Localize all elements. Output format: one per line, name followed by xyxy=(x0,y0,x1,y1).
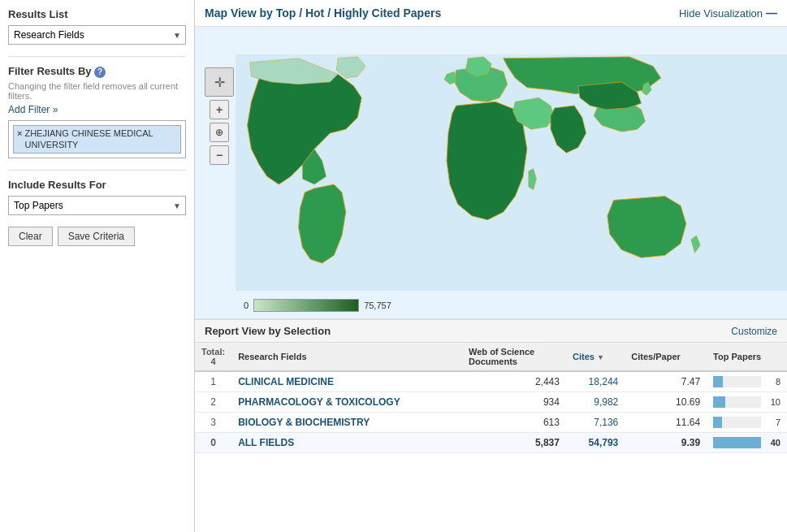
save-criteria-button[interactable]: Save Criteria xyxy=(58,227,135,246)
cell-top-papers: 40 xyxy=(707,433,787,453)
table-row: 1 CLINICAL MEDICINE 2,443 18,244 7.47 8 xyxy=(195,371,787,392)
hide-visualization-button[interactable]: Hide Visualization — xyxy=(679,6,777,19)
cell-field[interactable]: CLINICAL MEDICINE xyxy=(231,371,462,392)
include-section: Include Results For Top Papers All Paper… xyxy=(8,179,186,215)
cell-cites[interactable]: 9,982 xyxy=(566,392,625,413)
filter-tag-box: × ZHEJIANG CHINESE MEDICAL UNIVERSITY xyxy=(8,120,186,158)
include-dropdown[interactable]: Top Papers All Papers xyxy=(8,196,186,215)
filter-tag-text: ZHEJIANG CHINESE MEDICAL UNIVERSITY xyxy=(24,128,177,151)
legend-min: 0 xyxy=(244,301,249,310)
filter-title: Filter Results By xyxy=(8,65,92,77)
legend-max: 75,757 xyxy=(364,301,391,310)
map-area: ✛ + ⊕ − 0 75,757 xyxy=(195,27,787,319)
cell-documents: 613 xyxy=(462,413,566,433)
th-documents[interactable]: Web of ScienceDocuments xyxy=(462,343,566,371)
table-row: 3 BIOLOGY & BIOCHEMISTRY 613 7,136 11.64… xyxy=(195,413,787,433)
sidebar: Results List Research Fields Authors Cou… xyxy=(0,0,195,532)
bar-fill xyxy=(713,396,725,408)
cell-top-papers: 7 xyxy=(707,413,787,433)
map-title: Map View by Top / Hot / Highly Cited Pap… xyxy=(205,6,441,19)
include-dropdown-wrapper: Top Papers All Papers ▼ xyxy=(8,196,186,215)
cell-cites[interactable]: 7,136 xyxy=(566,413,625,433)
bar-background xyxy=(713,396,761,408)
th-cites-per-paper[interactable]: Cites/Paper xyxy=(625,343,707,371)
hide-viz-label: Hide Visualization xyxy=(679,7,763,19)
cell-documents: 2,443 xyxy=(462,371,566,392)
zoom-out-button[interactable]: − xyxy=(210,145,229,165)
report-title: Report View by Selection xyxy=(205,325,331,337)
zoom-in-button[interactable]: + xyxy=(210,100,229,119)
results-list-section: Results List Research Fields Authors Cou… xyxy=(8,8,186,45)
map-controls: ✛ + ⊕ − xyxy=(205,67,234,165)
cites-sort-arrow: ▼ xyxy=(597,353,604,361)
cell-documents: 5,837 xyxy=(462,433,566,453)
cell-rank: 1 xyxy=(195,371,231,392)
cell-rank: 3 xyxy=(195,413,231,433)
cell-rank: 2 xyxy=(195,392,231,413)
cell-cites-per-paper: 9.39 xyxy=(625,433,707,453)
cell-field[interactable]: BIOLOGY & BIOCHEMISTRY xyxy=(231,413,462,433)
hide-viz-dash: — xyxy=(766,6,777,19)
add-filter-link[interactable]: Add Filter » xyxy=(8,104,186,115)
cell-cites-per-paper: 7.47 xyxy=(625,371,707,392)
main-content: Map View by Top / Hot / Highly Cited Pap… xyxy=(195,0,787,532)
divider-1 xyxy=(8,56,186,57)
cell-field[interactable]: ALL FIELDS xyxy=(231,433,462,453)
filter-section: Filter Results By ? Changing the filter … xyxy=(8,65,186,158)
bar-background xyxy=(713,417,761,428)
th-cites[interactable]: Cites ▼ xyxy=(566,343,625,371)
bar-fill xyxy=(713,417,722,428)
include-title: Include Results For xyxy=(8,179,186,191)
bar-label: 7 xyxy=(764,417,781,427)
world-map xyxy=(236,27,787,318)
action-buttons: Clear Save Criteria xyxy=(8,227,186,246)
bar-background xyxy=(713,437,761,448)
results-list-dropdown-wrapper: Research Fields Authors Countries Instit… xyxy=(8,25,186,45)
pan-control[interactable]: ✛ xyxy=(205,67,234,97)
bar-label: 40 xyxy=(764,438,781,448)
bar-label: 10 xyxy=(764,397,781,407)
th-total: Total: 4 xyxy=(195,343,231,371)
bar-label: 8 xyxy=(764,377,781,387)
cell-rank: 0 xyxy=(195,433,231,453)
cell-top-papers: 10 xyxy=(707,392,787,413)
divider-2 xyxy=(8,170,186,171)
th-top-papers[interactable]: Top Papers xyxy=(707,343,787,371)
report-table: Total: 4 Research Fields Web of ScienceD… xyxy=(195,343,787,453)
bar-fill xyxy=(713,437,761,448)
cell-documents: 934 xyxy=(462,392,566,413)
filter-tag: × ZHEJIANG CHINESE MEDICAL UNIVERSITY xyxy=(13,125,181,154)
report-header: Report View by Selection Customize xyxy=(195,320,787,343)
filter-tag-close[interactable]: × xyxy=(17,128,22,139)
map-header: Map View by Top / Hot / Highly Cited Pap… xyxy=(195,0,787,27)
report-section: Report View by Selection Customize Total… xyxy=(195,319,787,453)
clear-button[interactable]: Clear xyxy=(8,227,53,246)
cell-cites[interactable]: 54,793 xyxy=(566,433,625,453)
table-row: 2 PHARMACOLOGY & TOXICOLOGY 934 9,982 10… xyxy=(195,392,787,413)
bar-background xyxy=(713,376,761,387)
cell-field[interactable]: PHARMACOLOGY & TOXICOLOGY xyxy=(231,392,462,413)
results-list-title: Results List xyxy=(8,8,186,20)
cell-cites-per-paper: 11.64 xyxy=(625,413,707,433)
table-row: 0 ALL FIELDS 5,837 54,793 9.39 40 xyxy=(195,433,787,453)
map-title-text: Map View by Top / Hot / Highly Cited Pap… xyxy=(205,6,441,19)
map-legend: 0 75,757 xyxy=(244,299,391,312)
globe-button[interactable]: ⊕ xyxy=(210,123,229,142)
cell-cites-per-paper: 10.69 xyxy=(625,392,707,413)
customize-link[interactable]: Customize xyxy=(731,326,777,337)
legend-bar xyxy=(253,299,359,312)
cell-cites[interactable]: 18,244 xyxy=(566,371,625,392)
th-research-fields[interactable]: Research Fields xyxy=(231,343,462,371)
filter-note: Changing the filter field removes all cu… xyxy=(8,81,186,101)
results-list-dropdown[interactable]: Research Fields Authors Countries Instit… xyxy=(8,25,186,45)
cell-top-papers: 8 xyxy=(707,371,787,392)
table-header-row: Total: 4 Research Fields Web of ScienceD… xyxy=(195,343,787,371)
help-icon[interactable]: ? xyxy=(94,67,106,78)
bar-fill xyxy=(713,376,723,387)
